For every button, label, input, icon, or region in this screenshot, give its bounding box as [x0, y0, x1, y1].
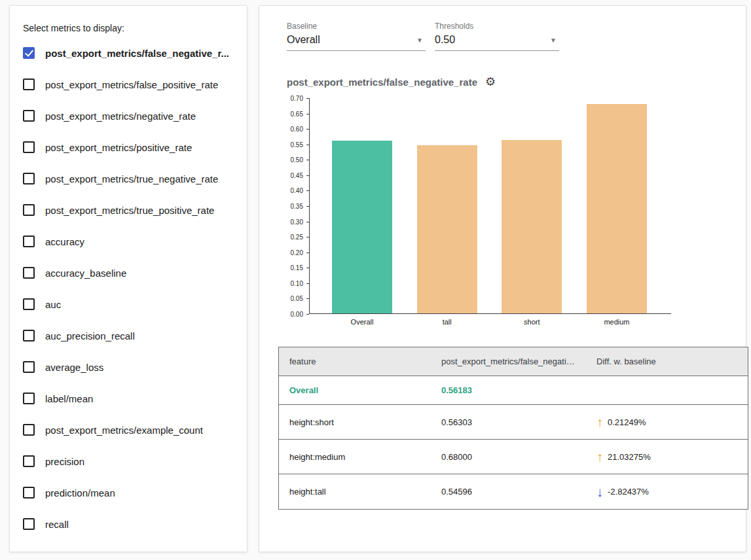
metric-checkbox-item[interactable]: post_export_metrics/true_positive_rate: [23, 194, 234, 226]
checkbox[interactable]: [23, 487, 35, 499]
checkbox[interactable]: [23, 79, 35, 90]
metric-label: post_export_metrics/example_count: [45, 425, 203, 436]
metric-label: post_export_metrics/negative_rate: [45, 111, 196, 122]
checkbox[interactable]: [23, 141, 35, 153]
panel-title: Select metrics to display:: [23, 23, 234, 33]
metric-checkbox-item[interactable]: prediction/mean: [23, 477, 234, 508]
metric-checkbox-item[interactable]: post_export_metrics/false_positive_rate: [23, 69, 234, 100]
chart-bar[interactable]: [417, 145, 477, 313]
controls-row: Baseline Overall ▼ Thresholds 0.50 ▼: [287, 22, 735, 51]
y-tick-label: 0.10: [291, 279, 303, 287]
chart-title: post_export_metrics/false_negative_rate: [287, 77, 477, 88]
bar-slot: medium: [587, 98, 647, 313]
y-tick-label: 0.05: [291, 295, 303, 302]
table-header-row: feature post_export_metrics/false_negati…: [279, 347, 748, 376]
metric-label: prediction/mean: [45, 487, 115, 499]
metric-checkbox-item[interactable]: post_export_metrics/positive_rate: [23, 131, 234, 163]
feature-cell: height:medium: [279, 452, 431, 462]
metric-label: auc: [45, 299, 61, 310]
diff-text: 21.03275%: [608, 452, 651, 462]
checkbox[interactable]: [23, 236, 35, 247]
feature-cell: height:tall: [279, 487, 431, 497]
metric-checkbox-item[interactable]: post_export_metrics/example_count: [23, 414, 234, 446]
metric-label: average_loss: [45, 362, 103, 373]
checkbox[interactable]: [23, 424, 35, 436]
metric-checkbox-item[interactable]: post_export_metrics/false_negative_r...: [23, 37, 234, 69]
baseline-control: Baseline Overall ▼: [287, 22, 426, 51]
x-axis-label: short: [502, 318, 562, 326]
y-tick-mark: [306, 283, 309, 284]
metric-label: post_export_metrics/positive_rate: [45, 142, 192, 153]
y-tick-mark: [306, 190, 309, 191]
y-tick-mark: [306, 222, 309, 222]
metric-list: post_export_metrics/false_negative_r... …: [23, 37, 234, 540]
checkbox[interactable]: [23, 518, 35, 530]
column-header-metric: post_export_metrics/false_negative_rat..…: [431, 357, 586, 366]
table-row: Overall 0.56183: [279, 376, 748, 405]
y-tick-mark: [306, 298, 309, 299]
column-header-diff: Diff. w. baseline: [586, 357, 748, 366]
y-tick-mark: [306, 237, 309, 237]
thresholds-control: Thresholds 0.50 ▼: [435, 22, 559, 51]
y-tick-mark: [306, 206, 309, 207]
metric-checkbox-item[interactable]: average_loss: [23, 351, 234, 383]
up-arrow-icon: ↑: [596, 450, 603, 463]
y-tick-label: 0.30: [291, 218, 303, 225]
metric-value-cell: 0.56303: [431, 417, 586, 427]
metric-checkbox-item[interactable]: auc: [23, 289, 234, 320]
diff-cell: ↑ 0.21249%: [586, 415, 748, 429]
up-arrow-icon: ↑: [596, 415, 603, 429]
chart-bar[interactable]: [332, 141, 392, 313]
y-tick-mark: [306, 129, 309, 130]
checkbox[interactable]: [23, 267, 35, 279]
checkbox[interactable]: [23, 110, 35, 122]
table-body: Overall 0.56183 height:short 0.56303 ↑ 0…: [279, 376, 748, 509]
chart-bar[interactable]: [502, 140, 562, 313]
y-tick-label: 0.45: [291, 171, 303, 179]
thresholds-label: Thresholds: [435, 22, 559, 31]
metric-checkbox-item[interactable]: accuracy_baseline: [23, 257, 234, 289]
checkbox[interactable]: [23, 204, 35, 216]
metric-checkbox-item[interactable]: label/mean: [23, 383, 234, 414]
feature-cell: Overall: [279, 385, 431, 395]
chart-bar[interactable]: [587, 104, 647, 313]
y-tick-mark: [306, 114, 309, 114]
metric-checkbox-item[interactable]: auc_precision_recall: [23, 320, 234, 351]
metric-label: accuracy_baseline: [45, 268, 126, 279]
metric-checkbox-item[interactable]: post_export_metrics/negative_rate: [23, 100, 234, 131]
y-tick-mark: [306, 253, 309, 253]
y-tick-label: 0.35: [291, 203, 303, 210]
checkbox[interactable]: [23, 298, 35, 310]
feature-cell: height:short: [279, 417, 431, 427]
metric-display-panel: Baseline Overall ▼ Thresholds 0.50 ▼ pos…: [259, 5, 746, 552]
settings-gear-icon[interactable]: ⚙: [485, 76, 496, 88]
table-row: height:tall 0.54596 ↓ -2.82437%: [279, 474, 748, 509]
y-tick-label: 0.15: [291, 264, 303, 271]
metric-checkbox-item[interactable]: recall: [23, 508, 234, 540]
y-tick-mark: [306, 98, 309, 99]
checkbox[interactable]: [23, 173, 35, 184]
checkbox[interactable]: [23, 393, 35, 404]
metric-checkbox-item[interactable]: precision: [23, 446, 234, 477]
y-tick-label: 0.20: [291, 249, 303, 256]
thresholds-select[interactable]: 0.50 ▼: [435, 33, 559, 51]
y-tick-mark: [306, 160, 309, 160]
metric-checkbox-item[interactable]: post_export_metrics/true_negative_rate: [23, 163, 234, 194]
metric-label: label/mean: [45, 393, 93, 404]
checkbox[interactable]: [23, 330, 35, 341]
diff-cell: ↑ 21.03275%: [586, 450, 748, 463]
checkbox[interactable]: [23, 47, 35, 59]
metrics-table: feature post_export_metrics/false_negati…: [278, 347, 748, 510]
y-tick-mark: [306, 175, 309, 176]
checkbox[interactable]: [23, 455, 35, 467]
metric-label: post_export_metrics/false_positive_rate: [45, 79, 218, 90]
baseline-select[interactable]: Overall ▼: [287, 33, 426, 51]
y-tick-label: 0.25: [291, 234, 303, 241]
bar-slot: short: [502, 98, 562, 313]
checkbox[interactable]: [23, 361, 35, 373]
y-tick-label: 0.55: [291, 141, 303, 148]
y-tick-label: 0.40: [291, 187, 303, 194]
metric-checkbox-item[interactable]: accuracy: [23, 226, 234, 257]
y-tick-mark: [306, 314, 309, 315]
x-axis-label: medium: [587, 318, 647, 326]
